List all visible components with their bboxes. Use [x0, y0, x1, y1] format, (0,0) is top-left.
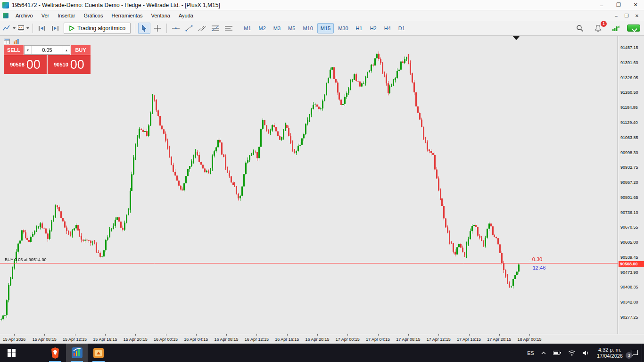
fibonacci-icon	[211, 25, 220, 32]
buy-price-tile[interactable]: 90510 00	[48, 55, 91, 74]
time-axis-tick	[287, 334, 288, 336]
timeframe-m5[interactable]: M5	[285, 23, 298, 33]
timeframe-h1[interactable]: H1	[353, 23, 366, 33]
polyline-chart-icon	[3, 25, 11, 32]
current-price-tag: 90508.00	[619, 261, 644, 267]
action-center-button[interactable]: 3	[627, 344, 642, 362]
battery-indicator[interactable]	[550, 344, 565, 362]
price-axis-tick: 90342.80	[620, 300, 638, 304]
time-axis-tick	[226, 334, 227, 336]
start-button[interactable]	[0, 344, 23, 362]
network-indicator[interactable]	[565, 344, 579, 362]
price-axis-tick: 91194.95	[620, 105, 638, 110]
timeframe-m2[interactable]: M2	[256, 23, 269, 33]
trendline-tool-button[interactable]	[183, 23, 195, 34]
mdi-close-button[interactable]: ✕	[632, 10, 642, 21]
lines-list-icon	[224, 25, 233, 32]
cursor-tool-button[interactable]	[138, 23, 150, 34]
price-axis-tick: 90408.35	[620, 285, 638, 289]
sell-price-main: 90508	[10, 62, 25, 67]
timeframe-m30[interactable]: M30	[335, 23, 351, 33]
menu-ventana[interactable]: Ventana	[147, 10, 174, 21]
chart-shift-button[interactable]	[49, 23, 61, 34]
candlestick-chart[interactable]	[0, 36, 618, 334]
channel-tool-button[interactable]	[196, 23, 208, 34]
objects-list-tool-button[interactable]	[223, 23, 235, 34]
buy-price-pips: 00	[70, 58, 84, 71]
auto-scroll-button[interactable]	[36, 23, 48, 34]
menu-insertar[interactable]: Insertar	[53, 10, 79, 21]
connection-quality-button[interactable]	[610, 23, 622, 34]
toolbar: Trading algorítmico M1 M2 M3 M5 M10 M15 …	[0, 21, 644, 36]
menu-ayuda[interactable]: Ayuda	[174, 10, 198, 21]
taskbar-metatrader-icon[interactable]	[66, 344, 88, 362]
lot-size-stepper: ▼ 0.05 ▲	[24, 45, 70, 55]
taskbar-app3-icon[interactable]	[88, 344, 109, 362]
mdi-minimize-button[interactable]: –	[611, 10, 621, 21]
volume-indicator[interactable]	[579, 344, 593, 362]
windows-logo-icon	[8, 349, 16, 357]
crosshair-tool-button[interactable]	[151, 23, 164, 34]
buy-button[interactable]: BUY	[71, 45, 91, 55]
time-axis-tick	[256, 334, 257, 336]
time-axis-label: 16 Apr 04:15	[184, 337, 208, 342]
timeframe-m10[interactable]: M10	[299, 23, 316, 33]
timeframe-d1[interactable]: D1	[395, 23, 408, 33]
time-axis[interactable]: 15 Apr 202615 Apr 08:1515 Apr 12:1515 Ap…	[0, 334, 644, 344]
taskbar-brave-icon[interactable]	[44, 344, 66, 362]
algo-trading-button[interactable]: Trading algorítmico	[64, 23, 131, 34]
horizontal-line-tool-button[interactable]	[170, 23, 182, 34]
timeframe-m1[interactable]: M1	[240, 23, 254, 33]
close-button[interactable]: ✕	[627, 0, 644, 10]
timeframe-h2[interactable]: H2	[367, 23, 380, 33]
price-axis-tick: 90670.55	[620, 225, 638, 230]
mdi-restore-button[interactable]: ❐	[621, 10, 632, 21]
language-indicator[interactable]: ES	[524, 344, 537, 362]
price-axis[interactable]: 90508.00 91457.1591391.6091326.0591260.5…	[619, 36, 644, 334]
tray-expand-button[interactable]	[537, 344, 550, 362]
market-depth-icon[interactable]	[13, 39, 19, 44]
buy-price-main: 90510	[54, 62, 68, 67]
time-axis-label: 16 Apr 12:15	[245, 337, 269, 342]
search-button[interactable]	[574, 23, 586, 34]
fibonacci-tool-button[interactable]	[209, 23, 222, 34]
timeframe-group: M1 M2 M3 M5 M10 M15 M30 H1 H2 H4 D1	[240, 23, 409, 33]
chart-window: SELL ▼ 0.05 ▲ BUY 90508 00 90510 00 B	[0, 36, 644, 344]
show-desktop-button[interactable]	[642, 344, 644, 362]
bar-countdown-label: 12:46	[533, 265, 546, 271]
clock-time: 4:32 p. m.	[598, 347, 621, 353]
lot-decrease-button[interactable]: ▼	[25, 46, 32, 54]
sell-button[interactable]: SELL	[4, 45, 24, 55]
sell-price-tile[interactable]: 90508 00	[4, 55, 47, 74]
menu-herramientas[interactable]: Herramientas	[107, 10, 147, 21]
lot-size-value[interactable]: 0.05	[32, 46, 63, 54]
timeframe-m15[interactable]: M15	[317, 23, 334, 33]
notifications-button[interactable]: 1	[592, 23, 604, 34]
minimize-button[interactable]: –	[593, 0, 610, 10]
menu-app-icon	[3, 13, 8, 18]
maximize-button[interactable]: ❐	[610, 0, 627, 10]
new-chart-dropdown[interactable]	[2, 23, 16, 34]
chart-profiles-dropdown[interactable]	[17, 23, 30, 34]
chevron-down-icon	[13, 27, 16, 29]
timeframe-m3[interactable]: M3	[270, 23, 284, 33]
app-logo-icon	[2, 2, 9, 8]
time-axis-label: 17 Apr 08:15	[396, 337, 420, 342]
time-axis-label: 18 Apr 00:15	[518, 337, 542, 342]
menu-archivo[interactable]: Archivo	[11, 10, 37, 21]
lot-increase-button[interactable]: ▲	[63, 46, 70, 54]
time-axis-tick	[14, 334, 15, 336]
monitor-icon	[17, 25, 25, 32]
taskbar-clock[interactable]: 4:32 p. m. 17/04/2026	[593, 344, 627, 362]
time-axis-tick	[135, 334, 136, 336]
price-axis-tick: 90605.00	[620, 240, 638, 245]
chevron-up-icon	[541, 351, 546, 355]
menu-graficos[interactable]: Gráficos	[80, 10, 107, 21]
time-axis-label: 15 Apr 2026	[3, 337, 26, 342]
time-axis-tick	[75, 334, 75, 336]
crosshair-icon	[154, 25, 161, 32]
menu-ver[interactable]: Ver	[37, 10, 54, 21]
timeframe-h4[interactable]: H4	[381, 23, 394, 33]
time-axis-tick	[196, 334, 197, 336]
quick-trading-panel-icon[interactable]	[4, 39, 10, 44]
